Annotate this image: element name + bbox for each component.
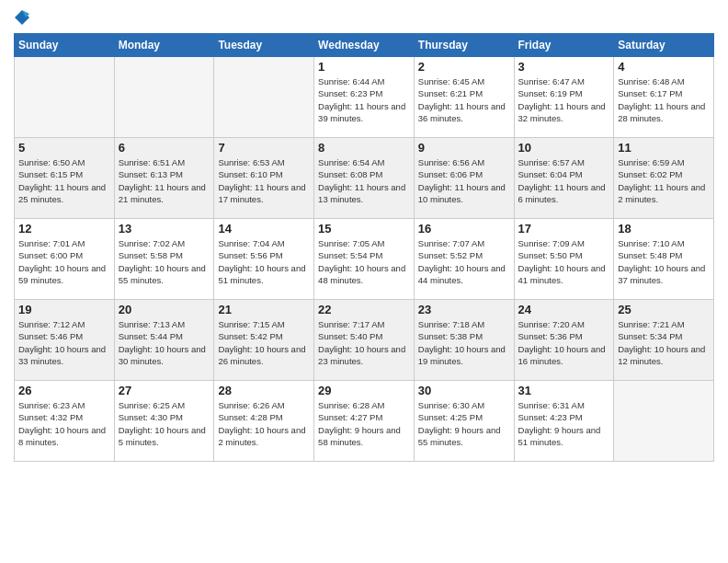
day-number: 28	[218, 384, 310, 397]
calendar-day: 1Sunrise: 6:44 AM Sunset: 6:23 PM Daylig…	[314, 57, 415, 138]
calendar-day: 29Sunrise: 6:28 AM Sunset: 4:27 PM Dayli…	[314, 381, 415, 462]
day-info: Sunrise: 6:51 AM Sunset: 6:13 PM Dayligh…	[119, 156, 210, 205]
day-number: 12	[18, 222, 110, 236]
calendar-day: 27Sunrise: 6:25 AM Sunset: 4:30 PM Dayli…	[114, 381, 214, 462]
calendar-week-row: 19Sunrise: 7:12 AM Sunset: 5:46 PM Dayli…	[15, 300, 714, 381]
calendar-day: 19Sunrise: 7:12 AM Sunset: 5:46 PM Dayli…	[15, 300, 115, 381]
day-info: Sunrise: 7:12 AM Sunset: 5:46 PM Dayligh…	[18, 318, 110, 367]
day-info: Sunrise: 6:47 AM Sunset: 6:19 PM Dayligh…	[518, 75, 610, 124]
day-info: Sunrise: 7:13 AM Sunset: 5:44 PM Dayligh…	[119, 318, 210, 367]
day-info: Sunrise: 7:01 AM Sunset: 6:00 PM Dayligh…	[18, 237, 110, 286]
day-info: Sunrise: 7:17 AM Sunset: 5:40 PM Dayligh…	[318, 318, 410, 367]
day-number: 8	[318, 141, 410, 155]
calendar-day: 17Sunrise: 7:09 AM Sunset: 5:50 PM Dayli…	[514, 219, 614, 300]
day-number: 9	[418, 141, 510, 155]
day-number: 7	[218, 141, 310, 155]
day-info: Sunrise: 6:31 AM Sunset: 4:23 PM Dayligh…	[518, 399, 610, 448]
day-number: 4	[618, 60, 710, 74]
calendar-day: 5Sunrise: 6:50 AM Sunset: 6:15 PM Daylig…	[15, 138, 115, 219]
calendar-day: 14Sunrise: 7:04 AM Sunset: 5:56 PM Dayli…	[214, 219, 314, 300]
calendar-day: 28Sunrise: 6:26 AM Sunset: 4:28 PM Dayli…	[214, 381, 314, 462]
weekday-header-row: SundayMondayTuesdayWednesdayThursdayFrid…	[15, 34, 714, 57]
page-header	[14, 9, 714, 26]
day-number: 20	[119, 303, 210, 316]
calendar-day: 21Sunrise: 7:15 AM Sunset: 5:42 PM Dayli…	[214, 300, 314, 381]
day-number: 17	[518, 222, 610, 236]
weekday-header: Thursday	[414, 34, 514, 57]
day-info: Sunrise: 6:53 AM Sunset: 6:10 PM Dayligh…	[218, 156, 310, 205]
calendar-table: SundayMondayTuesdayWednesdayThursdayFrid…	[14, 33, 714, 462]
calendar-day: 16Sunrise: 7:07 AM Sunset: 5:52 PM Dayli…	[414, 219, 514, 300]
calendar-day	[214, 57, 314, 138]
day-number: 29	[318, 384, 410, 397]
calendar-day	[15, 57, 115, 138]
calendar-day: 11Sunrise: 6:59 AM Sunset: 6:02 PM Dayli…	[614, 138, 714, 219]
day-number: 13	[119, 222, 210, 236]
calendar-day: 6Sunrise: 6:51 AM Sunset: 6:13 PM Daylig…	[114, 138, 214, 219]
calendar-day: 18Sunrise: 7:10 AM Sunset: 5:48 PM Dayli…	[614, 219, 714, 300]
day-info: Sunrise: 6:44 AM Sunset: 6:23 PM Dayligh…	[318, 75, 410, 124]
calendar-day: 24Sunrise: 7:20 AM Sunset: 5:36 PM Dayli…	[514, 300, 614, 381]
day-number: 14	[218, 222, 310, 236]
weekday-header: Saturday	[614, 34, 714, 57]
day-info: Sunrise: 6:59 AM Sunset: 6:02 PM Dayligh…	[618, 156, 710, 205]
day-info: Sunrise: 6:45 AM Sunset: 6:21 PM Dayligh…	[418, 75, 510, 124]
day-info: Sunrise: 7:07 AM Sunset: 5:52 PM Dayligh…	[418, 237, 510, 286]
day-number: 11	[618, 141, 710, 155]
day-info: Sunrise: 7:09 AM Sunset: 5:50 PM Dayligh…	[518, 237, 610, 286]
calendar-day: 4Sunrise: 6:48 AM Sunset: 6:17 PM Daylig…	[614, 57, 714, 138]
calendar-week-row: 1Sunrise: 6:44 AM Sunset: 6:23 PM Daylig…	[15, 57, 714, 138]
logo	[14, 9, 34, 26]
weekday-header: Monday	[114, 34, 214, 57]
day-info: Sunrise: 6:23 AM Sunset: 4:32 PM Dayligh…	[18, 399, 110, 448]
weekday-header: Friday	[514, 34, 614, 57]
day-info: Sunrise: 6:28 AM Sunset: 4:27 PM Dayligh…	[318, 399, 410, 448]
day-info: Sunrise: 7:20 AM Sunset: 5:36 PM Dayligh…	[518, 318, 610, 367]
day-info: Sunrise: 7:15 AM Sunset: 5:42 PM Dayligh…	[218, 318, 310, 367]
day-number: 27	[119, 384, 210, 397]
day-info: Sunrise: 6:48 AM Sunset: 6:17 PM Dayligh…	[618, 75, 710, 124]
day-number: 19	[18, 303, 110, 316]
calendar-day: 10Sunrise: 6:57 AM Sunset: 6:04 PM Dayli…	[514, 138, 614, 219]
day-number: 16	[418, 222, 510, 236]
day-number: 24	[518, 303, 610, 316]
calendar-day: 23Sunrise: 7:18 AM Sunset: 5:38 PM Dayli…	[414, 300, 514, 381]
calendar-day: 13Sunrise: 7:02 AM Sunset: 5:58 PM Dayli…	[114, 219, 214, 300]
day-number: 25	[618, 303, 710, 316]
calendar-day: 9Sunrise: 6:56 AM Sunset: 6:06 PM Daylig…	[414, 138, 514, 219]
calendar-day: 7Sunrise: 6:53 AM Sunset: 6:10 PM Daylig…	[214, 138, 314, 219]
calendar-day: 8Sunrise: 6:54 AM Sunset: 6:08 PM Daylig…	[314, 138, 415, 219]
day-info: Sunrise: 7:18 AM Sunset: 5:38 PM Dayligh…	[418, 318, 510, 367]
day-number: 1	[318, 60, 410, 74]
day-number: 30	[418, 384, 510, 397]
day-info: Sunrise: 6:26 AM Sunset: 4:28 PM Dayligh…	[218, 399, 310, 448]
weekday-header: Sunday	[15, 34, 115, 57]
calendar-day: 20Sunrise: 7:13 AM Sunset: 5:44 PM Dayli…	[114, 300, 214, 381]
day-info: Sunrise: 6:25 AM Sunset: 4:30 PM Dayligh…	[119, 399, 210, 448]
day-number: 6	[119, 141, 210, 155]
calendar-week-row: 26Sunrise: 6:23 AM Sunset: 4:32 PM Dayli…	[15, 381, 714, 462]
day-info: Sunrise: 6:57 AM Sunset: 6:04 PM Dayligh…	[518, 156, 610, 205]
day-info: Sunrise: 7:21 AM Sunset: 5:34 PM Dayligh…	[618, 318, 710, 367]
svg-marker-0	[15, 10, 29, 25]
day-number: 31	[518, 384, 610, 397]
day-info: Sunrise: 6:50 AM Sunset: 6:15 PM Dayligh…	[18, 156, 110, 205]
calendar-week-row: 5Sunrise: 6:50 AM Sunset: 6:15 PM Daylig…	[15, 138, 714, 219]
day-number: 15	[318, 222, 410, 236]
logo-icon	[14, 9, 30, 26]
calendar-day: 22Sunrise: 7:17 AM Sunset: 5:40 PM Dayli…	[314, 300, 415, 381]
calendar-day	[114, 57, 214, 138]
day-info: Sunrise: 6:54 AM Sunset: 6:08 PM Dayligh…	[318, 156, 410, 205]
day-info: Sunrise: 7:04 AM Sunset: 5:56 PM Dayligh…	[218, 237, 310, 286]
day-info: Sunrise: 7:10 AM Sunset: 5:48 PM Dayligh…	[618, 237, 710, 286]
calendar-page: SundayMondayTuesdayWednesdayThursdayFrid…	[0, 0, 728, 563]
calendar-day: 26Sunrise: 6:23 AM Sunset: 4:32 PM Dayli…	[15, 381, 115, 462]
calendar-day	[614, 381, 714, 462]
calendar-day: 25Sunrise: 7:21 AM Sunset: 5:34 PM Dayli…	[614, 300, 714, 381]
day-number: 10	[518, 141, 610, 155]
day-number: 2	[418, 60, 510, 74]
day-number: 3	[518, 60, 610, 74]
calendar-day: 31Sunrise: 6:31 AM Sunset: 4:23 PM Dayli…	[514, 381, 614, 462]
day-info: Sunrise: 7:05 AM Sunset: 5:54 PM Dayligh…	[318, 237, 410, 286]
day-number: 5	[18, 141, 110, 155]
